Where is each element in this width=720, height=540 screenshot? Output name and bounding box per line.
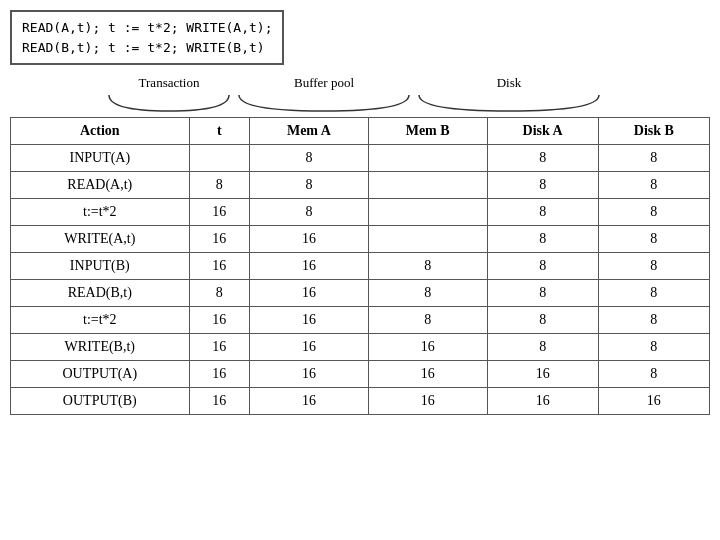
cell-r0-c5: 8 — [598, 145, 709, 172]
cell-r4-c3: 8 — [368, 253, 487, 280]
cell-r7-c0: WRITE(B,t) — [11, 334, 190, 361]
cell-r2-c5: 8 — [598, 199, 709, 226]
cell-r1-c1: 8 — [189, 172, 249, 199]
code-box: READ(A,t); t := t*2; WRITE(A,t); READ(B,… — [10, 10, 284, 65]
cell-r4-c4: 8 — [487, 253, 598, 280]
cell-r2-c4: 8 — [487, 199, 598, 226]
cell-r5-c4: 8 — [487, 280, 598, 307]
cell-r5-c2: 16 — [250, 280, 369, 307]
cell-r0-c2: 8 — [250, 145, 369, 172]
table-row: INPUT(A)888 — [11, 145, 710, 172]
cell-r9-c3: 16 — [368, 388, 487, 415]
table-row: READ(A,t)8888 — [11, 172, 710, 199]
cell-r5-c3: 8 — [368, 280, 487, 307]
table-row: WRITE(B,t)16161688 — [11, 334, 710, 361]
disk-brace — [414, 93, 604, 115]
cell-r1-c0: READ(A,t) — [11, 172, 190, 199]
cell-r7-c4: 8 — [487, 334, 598, 361]
col-header-t: t — [189, 118, 249, 145]
table-header-row: Action t Mem A Mem B Disk A Disk B — [11, 118, 710, 145]
cell-r8-c5: 8 — [598, 361, 709, 388]
cell-r5-c5: 8 — [598, 280, 709, 307]
transaction-brace — [104, 93, 234, 115]
cell-r7-c5: 8 — [598, 334, 709, 361]
disk-label: Disk — [497, 75, 522, 93]
bufferpool-label: Buffer pool — [294, 75, 354, 93]
col-header-diskb: Disk B — [598, 118, 709, 145]
cell-r6-c1: 16 — [189, 307, 249, 334]
cell-r2-c0: t:=t*2 — [11, 199, 190, 226]
cell-r1-c3 — [368, 172, 487, 199]
cell-r4-c2: 16 — [250, 253, 369, 280]
cell-r1-c4: 8 — [487, 172, 598, 199]
cell-r8-c4: 16 — [487, 361, 598, 388]
cell-r6-c3: 8 — [368, 307, 487, 334]
table-row: OUTPUT(B)1616161616 — [11, 388, 710, 415]
cell-r8-c2: 16 — [250, 361, 369, 388]
col-header-mema: Mem A — [250, 118, 369, 145]
transaction-label: Transaction — [139, 75, 200, 93]
cell-r5-c1: 8 — [189, 280, 249, 307]
cell-r8-c3: 16 — [368, 361, 487, 388]
table-row: READ(B,t)816888 — [11, 280, 710, 307]
cell-r1-c5: 8 — [598, 172, 709, 199]
cell-r5-c0: READ(B,t) — [11, 280, 190, 307]
cell-r0-c0: INPUT(A) — [11, 145, 190, 172]
cell-r8-c0: OUTPUT(A) — [11, 361, 190, 388]
table-row: WRITE(A,t)161688 — [11, 226, 710, 253]
cell-r9-c4: 16 — [487, 388, 598, 415]
cell-r4-c0: INPUT(B) — [11, 253, 190, 280]
cell-r3-c5: 8 — [598, 226, 709, 253]
cell-r9-c0: OUTPUT(B) — [11, 388, 190, 415]
cell-r6-c0: t:=t*2 — [11, 307, 190, 334]
cell-r6-c4: 8 — [487, 307, 598, 334]
cell-r3-c4: 8 — [487, 226, 598, 253]
col-header-diska: Disk A — [487, 118, 598, 145]
cell-r3-c0: WRITE(A,t) — [11, 226, 190, 253]
table-body: INPUT(A)888READ(A,t)8888t:=t*216888WRITE… — [11, 145, 710, 415]
cell-r9-c5: 16 — [598, 388, 709, 415]
cell-r2-c1: 16 — [189, 199, 249, 226]
main-table: Action t Mem A Mem B Disk A Disk B INPUT… — [10, 117, 710, 415]
cell-r3-c2: 16 — [250, 226, 369, 253]
cell-r0-c4: 8 — [487, 145, 598, 172]
code-line-2: READ(B,t); t := t*2; WRITE(B,t) — [22, 38, 272, 58]
col-header-memb: Mem B — [368, 118, 487, 145]
code-line-1: READ(A,t); t := t*2; WRITE(A,t); — [22, 18, 272, 38]
cell-r7-c1: 16 — [189, 334, 249, 361]
cell-r2-c2: 8 — [250, 199, 369, 226]
cell-r3-c1: 16 — [189, 226, 249, 253]
cell-r4-c5: 8 — [598, 253, 709, 280]
table-row: t:=t*216888 — [11, 199, 710, 226]
cell-r1-c2: 8 — [250, 172, 369, 199]
table-row: t:=t*21616888 — [11, 307, 710, 334]
table-row: OUTPUT(A)161616168 — [11, 361, 710, 388]
cell-r7-c3: 16 — [368, 334, 487, 361]
cell-r7-c2: 16 — [250, 334, 369, 361]
cell-r6-c5: 8 — [598, 307, 709, 334]
cell-r8-c1: 16 — [189, 361, 249, 388]
col-header-action: Action — [11, 118, 190, 145]
table-row: INPUT(B)1616888 — [11, 253, 710, 280]
cell-r0-c3 — [368, 145, 487, 172]
cell-r3-c3 — [368, 226, 487, 253]
cell-r0-c1 — [189, 145, 249, 172]
bufferpool-brace — [234, 93, 414, 115]
cell-r6-c2: 16 — [250, 307, 369, 334]
cell-r9-c1: 16 — [189, 388, 249, 415]
cell-r2-c3 — [368, 199, 487, 226]
cell-r4-c1: 16 — [189, 253, 249, 280]
cell-r9-c2: 16 — [250, 388, 369, 415]
